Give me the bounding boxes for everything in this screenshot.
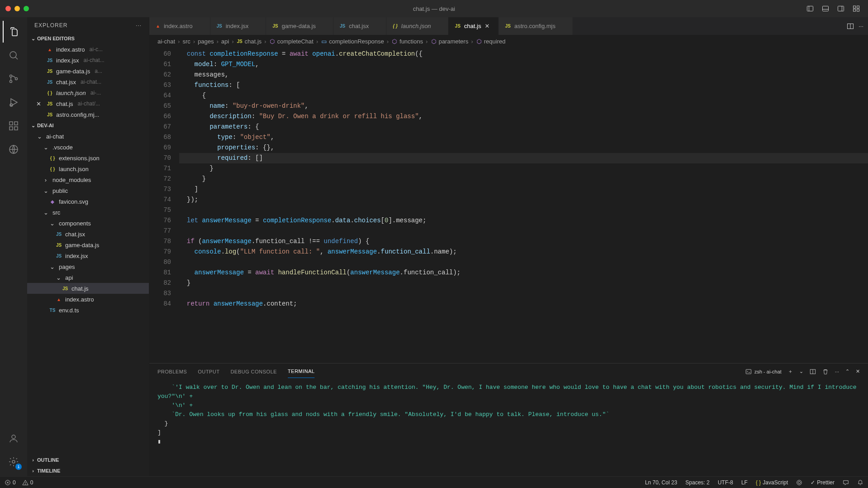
- folder-item[interactable]: ⌄.vscode: [27, 142, 149, 153]
- editor-tab[interactable]: JS game-data.js: [266, 17, 333, 35]
- open-editor-item[interactable]: JS astro.config.mj...: [27, 109, 149, 120]
- tab-more-icon[interactable]: ···: [858, 23, 863, 29]
- code-editor[interactable]: const completionResponse = await openai.…: [179, 47, 868, 363]
- file-item[interactable]: { }launch.json: [27, 163, 149, 174]
- item-name: public: [52, 187, 68, 194]
- close-window[interactable]: [5, 6, 11, 11]
- settings-activity[interactable]: 1: [3, 451, 24, 473]
- tab-label: index.jsx: [226, 23, 249, 29]
- maximize-window[interactable]: [24, 6, 29, 11]
- status-errors[interactable]: 0: [5, 479, 16, 486]
- extensions-activity[interactable]: [3, 115, 24, 137]
- editor-tab[interactable]: JS chat.js ✕: [448, 17, 499, 35]
- editor-tab[interactable]: ▲ index.astro: [149, 17, 210, 35]
- remote-activity[interactable]: [3, 139, 24, 160]
- file-item[interactable]: JSchat.js: [27, 283, 149, 294]
- file-name: game-data.js: [56, 68, 90, 75]
- open-editor-item[interactable]: { } launch.json ai-...: [27, 87, 149, 98]
- open-editor-item[interactable]: ▲ index.astro ai-c...: [27, 44, 149, 55]
- layout-customize-icon[interactable]: [850, 4, 863, 14]
- new-terminal-icon[interactable]: ＋: [788, 368, 793, 375]
- terminal-line: }: [157, 419, 860, 428]
- status-warnings[interactable]: 0: [22, 479, 33, 486]
- breadcrumb-item[interactable]: ⬡required: [476, 38, 506, 45]
- status-feedback-icon[interactable]: [843, 479, 849, 486]
- outline-section[interactable]: › OUTLINE: [27, 455, 149, 465]
- editor-tab[interactable]: JS astro.config.mjs: [499, 17, 573, 35]
- file-item[interactable]: JSindex.jsx: [27, 250, 149, 261]
- source-control-activity[interactable]: [3, 68, 24, 90]
- file-hint: ai-...: [91, 90, 101, 96]
- terminal-more-icon[interactable]: ···: [835, 369, 839, 374]
- layout-sidebar-left-icon[interactable]: [804, 4, 816, 14]
- explorer-activity[interactable]: [3, 21, 24, 43]
- file-item[interactable]: JSgame-data.js: [27, 239, 149, 250]
- breadcrumb-item[interactable]: api: [221, 38, 229, 45]
- status-telemetry-icon[interactable]: [796, 479, 802, 486]
- item-name: chat.js: [72, 285, 89, 292]
- folder-item[interactable]: ⌄pages: [27, 261, 149, 272]
- close-tab-icon[interactable]: ✕: [485, 23, 492, 29]
- file-item[interactable]: ▲index.astro: [27, 294, 149, 305]
- run-debug-activity[interactable]: [3, 91, 24, 113]
- timeline-section[interactable]: › TIMELINE: [27, 465, 149, 476]
- output-tab[interactable]: OUTPUT: [198, 365, 219, 378]
- open-editor-item[interactable]: JS index.jsx ai-chat...: [27, 55, 149, 66]
- open-editor-item[interactable]: ✕ JS chat.js ai-chat/...: [27, 98, 149, 109]
- status-eol[interactable]: LF: [741, 479, 748, 486]
- open-editor-item[interactable]: JS chat.jsx ai-chat...: [27, 77, 149, 87]
- layout-sidebar-right-icon[interactable]: [835, 4, 847, 14]
- breadcrumb-item[interactable]: ⬡completeChat: [269, 38, 313, 45]
- folder-item[interactable]: ⌄src: [27, 207, 149, 218]
- breadcrumb-item[interactable]: src: [182, 38, 190, 45]
- search-activity[interactable]: [3, 44, 24, 66]
- split-editor-icon[interactable]: [847, 23, 854, 30]
- breadcrumb-item[interactable]: ⬡functions: [391, 38, 423, 45]
- accounts-activity[interactable]: [3, 427, 24, 449]
- folder-item[interactable]: ⌄components: [27, 218, 149, 229]
- breadcrumbs[interactable]: ai-chat›src›pages›api›JSchat.js›⬡complet…: [149, 35, 868, 47]
- editor-tab[interactable]: { } launch.json: [386, 17, 448, 35]
- terminal-profile[interactable]: zsh - ai-chat: [745, 368, 782, 375]
- breadcrumb-item[interactable]: JSchat.js: [237, 38, 262, 45]
- file-item[interactable]: TSenv.d.ts: [27, 305, 149, 316]
- file-item[interactable]: { }extensions.json: [27, 153, 149, 163]
- file-item[interactable]: JSchat.jsx: [27, 229, 149, 239]
- layout-panel-icon[interactable]: [819, 4, 832, 14]
- open-editor-item[interactable]: JS game-data.js a...: [27, 66, 149, 77]
- status-encoding[interactable]: UTF-8: [718, 479, 733, 486]
- folder-item[interactable]: ⌄public: [27, 185, 149, 196]
- terminal-output[interactable]: `'I walk over to Dr. Owen and lean on th…: [149, 379, 868, 476]
- status-prettier[interactable]: ✓Prettier: [811, 479, 835, 486]
- folder-item[interactable]: ⌄ai-chat: [27, 131, 149, 142]
- breadcrumb-item[interactable]: ▭completionResponse: [321, 38, 384, 45]
- minimize-window[interactable]: [14, 6, 20, 11]
- folder-item[interactable]: ›node_modules: [27, 174, 149, 185]
- tab-label: index.astro: [164, 23, 193, 29]
- kill-terminal-icon[interactable]: [822, 368, 829, 375]
- open-editors-section[interactable]: ⌄ OPEN EDITORS: [27, 33, 149, 44]
- problems-tab[interactable]: PROBLEMS: [157, 365, 187, 378]
- status-bell-icon[interactable]: [857, 479, 863, 486]
- maximize-panel-icon[interactable]: ⌃: [845, 368, 849, 374]
- editor-tab[interactable]: JS index.jsx: [210, 17, 267, 35]
- close-panel-icon[interactable]: ✕: [856, 368, 860, 374]
- status-spaces[interactable]: Spaces: 2: [686, 479, 710, 486]
- breadcrumb-item[interactable]: ai-chat: [157, 38, 175, 45]
- file-item[interactable]: ◆favicon.svg: [27, 196, 149, 207]
- terminal-tab[interactable]: TERMINAL: [288, 365, 315, 378]
- svg-icon: ◆: [49, 199, 56, 204]
- close-icon[interactable]: ✕: [36, 100, 43, 107]
- terminal-dropdown-icon[interactable]: ⌄: [799, 368, 803, 374]
- project-section[interactable]: ⌄ DEV-AI: [27, 120, 149, 131]
- item-name: .vscode: [52, 144, 73, 151]
- status-lncol[interactable]: Ln 70, Col 23: [645, 479, 677, 486]
- status-language[interactable]: { } JavaScript: [756, 479, 788, 486]
- explorer-more-icon[interactable]: ···: [136, 22, 142, 29]
- folder-item[interactable]: ⌄api: [27, 272, 149, 283]
- breadcrumb-item[interactable]: ⬡parameters: [430, 38, 468, 45]
- breadcrumb-item[interactable]: pages: [198, 38, 214, 45]
- debug-console-tab[interactable]: DEBUG CONSOLE: [230, 365, 277, 378]
- split-terminal-icon[interactable]: [810, 368, 816, 375]
- editor-tab[interactable]: JS chat.jsx: [334, 17, 386, 35]
